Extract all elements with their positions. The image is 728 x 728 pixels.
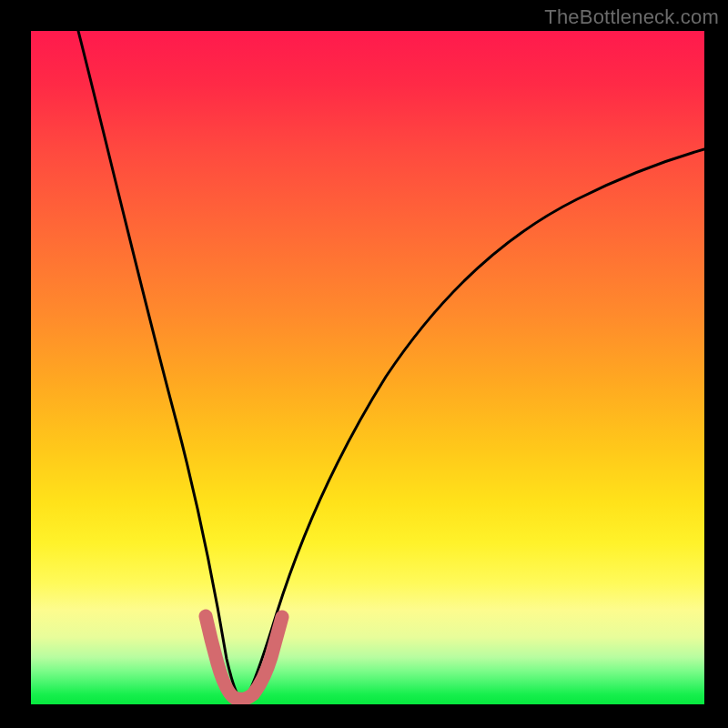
chart-frame: TheBottleneck.com xyxy=(0,0,728,728)
watermark-text: TheBottleneck.com xyxy=(544,5,719,29)
plot-area xyxy=(31,31,704,704)
curve-layer xyxy=(31,31,704,704)
bottleneck-curve xyxy=(78,31,704,701)
